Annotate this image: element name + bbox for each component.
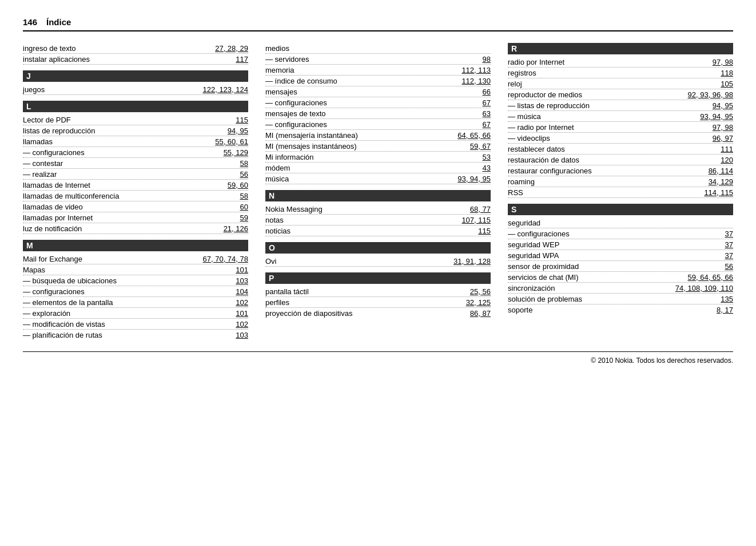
index-entry: seguridad WPA37 xyxy=(508,250,733,261)
entry-pages: 64, 65, 66 xyxy=(457,131,491,140)
entry-pages: 94, 95 xyxy=(713,101,733,110)
index-entry: llamadas de video60 xyxy=(23,201,248,212)
entry-pages: 55, 129 xyxy=(224,148,248,157)
entry-term: mensajes xyxy=(265,88,483,96)
index-entry: proyección de diapositivas86, 87 xyxy=(265,308,491,318)
index-entry: medios xyxy=(265,43,491,54)
index-entry: — videoclips96, 97 xyxy=(508,133,733,144)
entry-term: Lector de PDF xyxy=(23,116,236,124)
entry-term: — configuraciones xyxy=(23,148,224,157)
entry-pages: 115 xyxy=(236,116,248,124)
index-entry: servicios de chat (MI)59, 64, 65, 66 xyxy=(508,272,733,283)
index-entry: juegos122, 123, 124 xyxy=(23,84,248,95)
entry-pages: 97, 98 xyxy=(713,58,733,66)
index-entry: sensor de proximidad56 xyxy=(508,261,733,272)
index-entry: — servidores98 xyxy=(265,54,491,65)
entry-term: llamadas de video xyxy=(23,203,240,211)
entry-pages: 135 xyxy=(721,295,733,303)
index-entry: Ovi31, 91, 128 xyxy=(265,256,491,267)
entry-term: ingreso de texto xyxy=(23,44,215,53)
entry-pages: 59, 64, 65, 66 xyxy=(687,273,733,282)
index-entry: — configuraciones104 xyxy=(23,286,248,297)
entry-term: Mapas xyxy=(23,266,236,274)
entry-pages: 56 xyxy=(240,170,248,179)
index-entry: — listas de reproducción94, 95 xyxy=(508,100,733,111)
entry-term: seguridad WEP xyxy=(508,240,725,249)
entry-pages: 67 xyxy=(483,98,491,107)
index-entry: noticias115 xyxy=(265,225,491,236)
index-entry: restaurar configuraciones86, 114 xyxy=(508,165,733,176)
index-entry: — radio por Internet97, 98 xyxy=(508,122,733,133)
entry-pages: 31, 91, 128 xyxy=(453,257,491,266)
entry-term: — videoclips xyxy=(508,134,713,143)
entry-pages: 27, 28, 29 xyxy=(215,44,248,53)
entry-term: — configuraciones xyxy=(265,98,483,107)
entry-pages: 102 xyxy=(236,320,248,329)
entry-term: juegos xyxy=(23,85,202,94)
entry-term: — exploración xyxy=(23,309,236,318)
entry-pages: 68, 77 xyxy=(470,205,491,213)
index-entry: memoria112, 113 xyxy=(265,65,491,76)
entry-pages: 59, 67 xyxy=(470,142,491,151)
entry-pages: 63 xyxy=(483,109,491,118)
index-entry: registros118 xyxy=(508,68,733,78)
entry-pages: 92, 93, 96, 98 xyxy=(687,90,733,99)
index-entry: Mapas101 xyxy=(23,264,248,275)
entry-term: — realizar xyxy=(23,170,240,179)
index-entry: seguridad WEP37 xyxy=(508,239,733,250)
entry-pages: 97, 98 xyxy=(713,123,733,132)
entry-pages: 93, 94, 95 xyxy=(457,175,491,183)
entry-term: — modificación de vistas xyxy=(23,320,236,329)
entry-pages: 122, 123, 124 xyxy=(202,85,248,94)
entry-term: — planificación de rutas xyxy=(23,331,236,339)
entry-term: — elementos de la pantalla xyxy=(23,298,236,307)
index-entry: música93, 94, 95 xyxy=(265,173,491,184)
entry-pages: 32, 125 xyxy=(466,298,491,307)
index-entry: Mail for Exchange67, 70, 74, 78 xyxy=(23,254,248,264)
index-entry: Nokia Messaging68, 77 xyxy=(265,204,491,215)
entry-pages: 112, 130 xyxy=(461,77,491,85)
index-entry: MI (mensajería instantánea)64, 65, 66 xyxy=(265,130,491,141)
entry-term: solución de problemas xyxy=(508,295,721,303)
section-header-r: R xyxy=(508,43,733,54)
entry-pages: 94, 95 xyxy=(228,126,248,135)
entry-term: reloj xyxy=(508,80,721,88)
index-entry: radio por Internet97, 98 xyxy=(508,57,733,68)
entry-pages: 96, 97 xyxy=(713,134,733,143)
index-entry: — configuraciones67 xyxy=(265,97,491,108)
entry-pages: 25, 56 xyxy=(470,287,491,296)
entry-term: música xyxy=(265,175,457,183)
entry-term: medios xyxy=(265,44,491,53)
entry-pages: 56 xyxy=(725,262,733,271)
entry-pages: 120 xyxy=(721,156,733,164)
entry-term: seguridad xyxy=(508,219,733,227)
index-entry: restablecer datos111 xyxy=(508,144,733,155)
entry-term: — música xyxy=(508,112,700,121)
entry-term: roaming xyxy=(508,177,709,186)
index-entry: sincronización74, 108, 109, 110 xyxy=(508,283,733,294)
entry-term: instalar aplicaciones xyxy=(23,55,236,64)
index-entry: Lector de PDF115 xyxy=(23,114,248,125)
entry-term: RSS xyxy=(508,188,704,197)
index-entry: — contestar58 xyxy=(23,158,248,169)
copyright-text: © 2010 Nokia. Todos los derechos reserva… xyxy=(591,357,733,365)
entry-pages: 115 xyxy=(478,227,491,235)
entry-term: soporte xyxy=(508,306,717,314)
entry-pages: 59, 60 xyxy=(228,181,248,189)
index-entry: pantalla táctil25, 56 xyxy=(265,286,491,297)
entry-term: — servidores xyxy=(265,55,483,64)
section-header-j: J xyxy=(23,70,248,82)
entry-pages: 102 xyxy=(236,298,248,307)
index-entry: — elementos de la pantalla102 xyxy=(23,297,248,308)
index-entry: reloj105 xyxy=(508,78,733,89)
index-entry: listas de reproducción94, 95 xyxy=(23,125,248,136)
index-entry: perfiles32, 125 xyxy=(265,297,491,308)
column-1: ingreso de texto27, 28, 29instalar aplic… xyxy=(23,43,248,340)
entry-term: llamadas de multiconferencia xyxy=(23,192,240,200)
entry-term: — listas de reproducción xyxy=(508,101,713,110)
entry-pages: 37 xyxy=(725,251,733,260)
index-columns: ingreso de texto27, 28, 29instalar aplic… xyxy=(23,43,733,340)
index-entry: llamadas por Internet59 xyxy=(23,212,248,223)
index-entry: — configuraciones37 xyxy=(508,228,733,239)
entry-term: módem xyxy=(265,164,483,172)
